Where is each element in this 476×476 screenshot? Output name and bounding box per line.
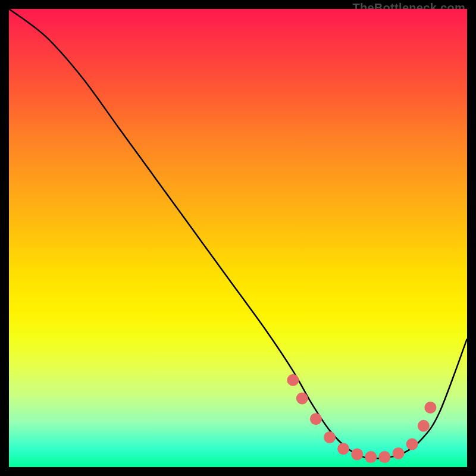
marker-dot [324, 431, 336, 443]
plot-area [9, 9, 467, 467]
highlight-markers [287, 374, 436, 463]
curve-path [9, 9, 467, 459]
marker-dot [424, 402, 436, 414]
marker-dot [287, 374, 299, 386]
marker-dot [406, 439, 418, 450]
bottleneck-curve [9, 9, 467, 459]
curve-layer [9, 9, 467, 467]
marker-dot [337, 443, 349, 455]
marker-dot [296, 393, 308, 405]
marker-dot [393, 447, 405, 459]
chart-canvas: TheBottleneck.com [0, 0, 476, 476]
marker-dot [310, 413, 322, 425]
marker-dot [365, 451, 377, 463]
marker-dot [351, 448, 363, 460]
marker-dot [418, 420, 430, 432]
marker-dot [378, 451, 390, 463]
